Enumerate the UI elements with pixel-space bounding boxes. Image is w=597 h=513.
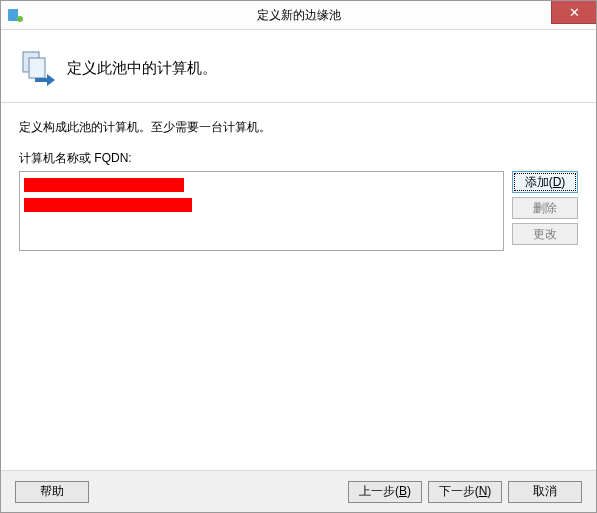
app-icon xyxy=(7,7,23,23)
back-button[interactable]: 上一步(B) xyxy=(348,481,422,503)
help-button[interactable]: 帮助 xyxy=(15,481,89,503)
titlebar: 定义新的边缘池 ✕ xyxy=(1,1,596,30)
add-button[interactable]: 添加(D) xyxy=(512,171,578,193)
wizard-window: 定义新的边缘池 ✕ 定义此池中的计算机。 定义构成此池的计算机。至少需要一台计算… xyxy=(0,0,597,513)
description-text: 定义构成此池的计算机。至少需要一台计算机。 xyxy=(19,119,578,136)
close-button[interactable]: ✕ xyxy=(551,1,596,24)
next-button[interactable]: 下一步(N) xyxy=(428,481,502,503)
cancel-button[interactable]: 取消 xyxy=(508,481,582,503)
svg-rect-0 xyxy=(8,9,18,21)
fqdn-label: 计算机名称或 FQDN: xyxy=(19,150,578,167)
computer-listbox[interactable] xyxy=(19,171,504,251)
list-action-buttons: 添加(D) 删除 更改 xyxy=(512,171,578,245)
content-area: 定义构成此池的计算机。至少需要一台计算机。 计算机名称或 FQDN: 添加(D)… xyxy=(1,103,596,251)
wizard-header: 定义此池中的计算机。 xyxy=(1,30,596,103)
page-title: 定义此池中的计算机。 xyxy=(67,59,217,78)
list-item[interactable] xyxy=(24,178,184,192)
server-arrow-icon xyxy=(17,48,57,88)
window-title: 定义新的边缘池 xyxy=(1,7,596,24)
close-icon: ✕ xyxy=(569,6,580,19)
remove-button[interactable]: 删除 xyxy=(512,197,578,219)
wizard-footer: 帮助 上一步(B) 下一步(N) 取消 xyxy=(1,470,596,512)
change-button[interactable]: 更改 xyxy=(512,223,578,245)
svg-point-1 xyxy=(17,16,23,22)
svg-rect-3 xyxy=(29,58,45,78)
list-item[interactable] xyxy=(24,198,192,212)
